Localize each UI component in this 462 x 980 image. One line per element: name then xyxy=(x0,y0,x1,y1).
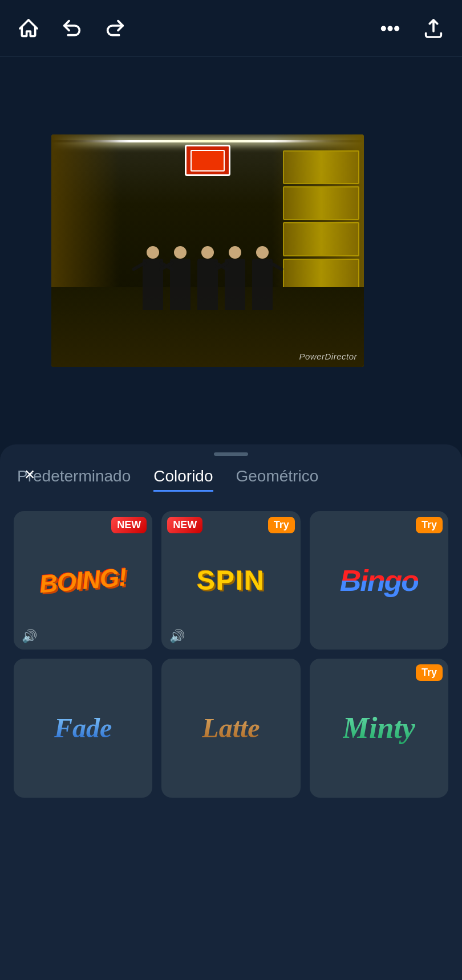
sticker-grid: NEW BOING! 🔊 Try NEW SPIN 🔊 Try Bingo Fa… xyxy=(0,497,462,811)
redo-button[interactable] xyxy=(104,17,127,40)
window-bar xyxy=(283,222,359,256)
window-bar xyxy=(283,150,359,184)
sticker-minty[interactable]: Try Minty xyxy=(310,659,448,797)
export-icon xyxy=(422,17,445,40)
home-button[interactable] xyxy=(17,17,40,40)
tab-geometrico[interactable]: Geométrico xyxy=(236,467,319,492)
export-button[interactable] xyxy=(422,17,445,40)
tab-colorido[interactable]: Colorido xyxy=(153,467,213,492)
svg-point-0 xyxy=(382,27,385,30)
bottom-panel: × Predeterminado Colorido Geométrico NEW… xyxy=(0,444,462,980)
video-area: PowerDirector xyxy=(0,57,462,444)
badge-try-bingo: Try xyxy=(416,517,443,533)
top-bar xyxy=(0,0,462,57)
tabs-bar: Predeterminado Colorido Geométrico xyxy=(0,467,462,492)
nav-left xyxy=(17,17,127,40)
sticker-text-fade: Fade xyxy=(54,712,112,744)
svg-point-1 xyxy=(389,27,392,30)
road-sign xyxy=(185,145,230,176)
window-bar xyxy=(283,186,359,220)
figure-4 xyxy=(225,259,245,310)
sticker-text-minty: Minty xyxy=(343,711,415,745)
sound-icon-spin: 🔊 xyxy=(169,629,185,644)
figure-1 xyxy=(143,259,163,310)
video-scene: PowerDirector xyxy=(51,134,364,367)
badge-try-minty: Try xyxy=(416,664,443,681)
more-button[interactable] xyxy=(379,17,402,40)
undo-button[interactable] xyxy=(60,17,83,40)
watermark: PowerDirector xyxy=(299,352,357,361)
sticker-text-boing: BOING! xyxy=(38,562,128,598)
redo-icon xyxy=(104,17,127,40)
figure-3 xyxy=(197,259,218,310)
badge-try-spin: Try xyxy=(268,517,295,533)
svg-point-2 xyxy=(395,27,398,30)
sticker-latte[interactable]: Latte xyxy=(161,659,300,797)
video-frame: PowerDirector xyxy=(51,134,364,367)
sticker-text-spin: SPIN xyxy=(197,565,265,596)
badge-new-boing: NEW xyxy=(111,517,147,533)
sound-icon-boing: 🔊 xyxy=(22,629,37,644)
home-icon xyxy=(17,17,40,40)
figure-5 xyxy=(252,259,273,310)
sticker-text-bingo: Bingo xyxy=(340,564,418,598)
figure-2 xyxy=(170,259,191,310)
figures xyxy=(143,259,273,310)
panel-handle xyxy=(214,452,248,456)
road-sign-inner xyxy=(191,150,225,172)
undo-icon xyxy=(60,17,83,40)
more-icon xyxy=(379,17,402,40)
sticker-spin[interactable]: Try NEW SPIN 🔊 xyxy=(161,511,300,650)
arm xyxy=(131,260,147,271)
sticker-bingo[interactable]: Try Bingo xyxy=(310,511,448,650)
close-button[interactable]: × xyxy=(17,462,42,487)
sticker-boing[interactable]: NEW BOING! 🔊 xyxy=(14,511,152,650)
badge-new-spin: NEW xyxy=(167,517,202,533)
sticker-fade[interactable]: Fade xyxy=(14,659,152,797)
nav-right xyxy=(379,17,445,40)
sticker-text-latte: Latte xyxy=(202,712,260,744)
